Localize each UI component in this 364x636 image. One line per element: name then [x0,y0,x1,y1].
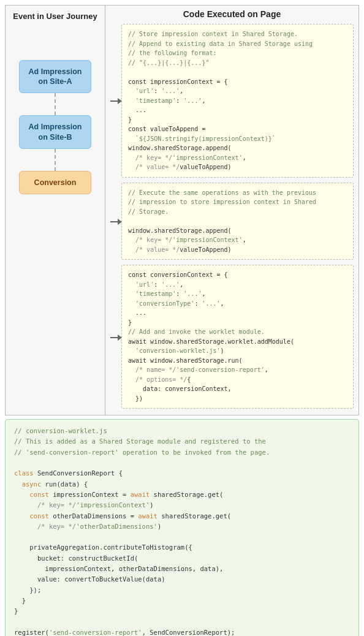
code-block-conversion: const conversionContext = { 'url': '...'… [121,265,354,409]
arrow-a [110,100,121,102]
arrow-conv [110,337,121,338]
event-col: Event in User Journey Ad Impression on S… [6,6,105,415]
code-block-b-row: // Execute the same operations as with t… [110,183,354,260]
code-block-a: // Store impression context in Shared St… [121,24,354,178]
main-container: Event in User Journey Ad Impression on S… [0,0,364,636]
code-block-conv-row: const conversionContext = { 'url': '...'… [110,265,354,409]
journey-box-b: Ad Impression on Site-B [19,115,91,149]
code-block-a-row: // Store impression context in Shared St… [110,24,354,178]
bottom-code-section: // conversion-worklet.js // This is adde… [5,419,359,636]
arrow-b [110,221,121,222]
event-col-header: Event in User Journey [8,6,102,31]
journey-box-conversion: Conversion [19,171,91,194]
code-col: Code Executed on Page // Store impressio… [105,6,358,415]
journey-box-a: Ad Impression on Site-A [19,60,91,94]
code-block-b: // Execute the same operations as with t… [121,183,354,260]
diagram-section: Event in User Journey Ad Impression on S… [5,5,359,415]
code-col-header: Code Executed on Page [110,9,354,24]
